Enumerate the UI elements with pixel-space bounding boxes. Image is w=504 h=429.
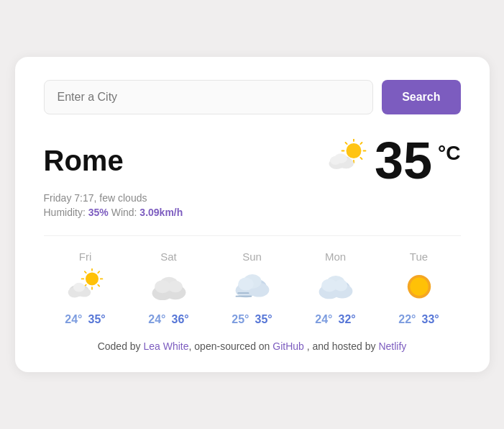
day-label-sat: Sat bbox=[160, 250, 177, 263]
footer-text-before: Coded by bbox=[98, 340, 144, 352]
footer-author-link[interactable]: Lea White bbox=[144, 340, 189, 352]
footer-text-mid: , open-sourced on bbox=[189, 340, 273, 352]
low-fri: 24° bbox=[65, 313, 82, 326]
svg-line-7 bbox=[360, 143, 362, 144]
svg-point-13 bbox=[330, 156, 341, 165]
svg-point-14 bbox=[86, 272, 98, 285]
svg-point-45 bbox=[334, 279, 347, 291]
section-divider bbox=[44, 235, 461, 236]
low-sun: 25° bbox=[232, 313, 249, 326]
weather-detail: Humidity: 35% Wind: 3.09km/h bbox=[44, 207, 461, 218]
weather-main: Rome bbox=[44, 135, 461, 186]
current-temp: 35 bbox=[375, 135, 432, 186]
svg-point-37 bbox=[238, 278, 254, 291]
forecast-row: Fri bbox=[44, 250, 461, 326]
footer: Coded by Lea White, open-sourced on GitH… bbox=[44, 340, 461, 352]
temps-sun: 25° 35° bbox=[232, 313, 272, 326]
search-row: Search bbox=[44, 80, 461, 114]
search-button[interactable]: Search bbox=[382, 80, 460, 114]
day-label-tue: Tue bbox=[410, 250, 428, 263]
temp-display: 35 °C bbox=[326, 135, 461, 186]
svg-line-19 bbox=[84, 271, 86, 273]
low-mon: 24° bbox=[315, 313, 332, 326]
wind-label: Wind: bbox=[111, 207, 140, 218]
svg-line-6 bbox=[360, 158, 362, 159]
forecast-sun: Sun 25° 35° bbox=[220, 250, 285, 326]
temps-tue: 22° 33° bbox=[398, 313, 439, 326]
forecast-tue: Tue 22° 33° bbox=[387, 250, 452, 326]
svg-line-20 bbox=[98, 285, 99, 286]
forecast-sat: Sat 24° 36° bbox=[137, 250, 201, 326]
humidity-label: Humidity: bbox=[44, 207, 86, 218]
forecast-mon: Mon 24° 32° bbox=[303, 250, 368, 326]
high-sun: 35° bbox=[255, 313, 272, 326]
current-weather-icon bbox=[326, 139, 369, 182]
svg-point-47 bbox=[410, 278, 428, 296]
footer-text-after-github: , and hosted by bbox=[304, 340, 379, 352]
low-tue: 22° bbox=[398, 313, 416, 326]
high-mon: 32° bbox=[339, 313, 356, 326]
day-label-mon: Mon bbox=[325, 250, 346, 263]
svg-point-26 bbox=[73, 283, 84, 292]
forecast-icon-sat bbox=[150, 268, 188, 307]
wind-value: 3.09km/h bbox=[139, 207, 183, 218]
forecast-icon-fri bbox=[66, 268, 105, 307]
svg-point-32 bbox=[168, 281, 183, 292]
svg-line-5 bbox=[346, 143, 347, 144]
svg-line-21 bbox=[98, 271, 99, 273]
date-info: Friday 7:17, few clouds bbox=[44, 192, 461, 204]
high-fri: 35° bbox=[88, 313, 106, 326]
forecast-icon-mon bbox=[316, 268, 355, 307]
forecast-icon-sun bbox=[233, 268, 272, 307]
city-info: Rome bbox=[44, 145, 124, 177]
forecast-icon-tue bbox=[400, 268, 439, 307]
current-unit: °C bbox=[438, 142, 460, 165]
city-name: Rome bbox=[44, 145, 124, 177]
footer-netlify-link[interactable]: Netlify bbox=[378, 340, 406, 352]
weather-card: Search Rome bbox=[15, 57, 490, 372]
high-tue: 33° bbox=[422, 313, 439, 326]
high-sat: 36° bbox=[172, 313, 189, 326]
city-search-input[interactable] bbox=[44, 80, 374, 114]
svg-point-0 bbox=[346, 143, 361, 158]
temps-sat: 24° 36° bbox=[148, 313, 188, 326]
svg-point-31 bbox=[155, 280, 170, 293]
forecast-fri: Fri bbox=[53, 250, 118, 326]
day-label-fri: Fri bbox=[79, 250, 92, 263]
temps-fri: 24° 35° bbox=[65, 313, 105, 326]
low-sat: 24° bbox=[148, 313, 165, 326]
footer-github-link[interactable]: GitHub bbox=[272, 340, 304, 352]
day-label-sun: Sun bbox=[242, 250, 262, 263]
humidity-value: 35% bbox=[88, 207, 109, 218]
temps-mon: 24° 32° bbox=[315, 313, 355, 326]
